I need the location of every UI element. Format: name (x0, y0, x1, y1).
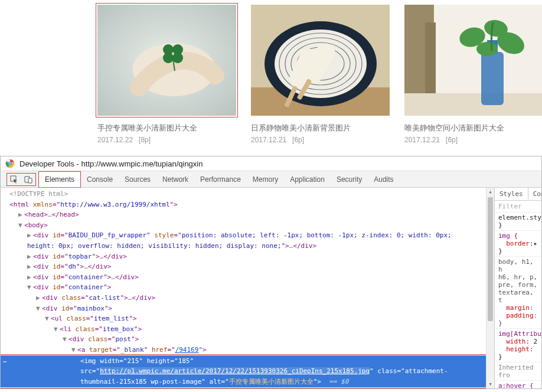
scroll-thumb[interactable] (488, 197, 493, 321)
dom-anchor-close[interactable]: </a> (1, 387, 494, 388)
style-rule[interactable]: img { border:▸} (495, 231, 541, 257)
svg-rect-24 (481, 52, 504, 105)
elements-scrollbar[interactable]: ▴ ▾ (486, 188, 494, 388)
dom-baidu-div[interactable]: ▶<div id="BAIDU_DUP_fp_wrapper" style="p… (1, 230, 494, 251)
tab-elements[interactable]: Elements (38, 171, 81, 188)
gallery-title[interactable]: 唯美静物空间小清新图片大全 (404, 123, 542, 133)
tab-security[interactable]: Security (331, 172, 368, 187)
gallery-caption: 手控专属唯美小清新图片大全 2017.12.22 [8p] (97, 123, 236, 144)
styles-panel: Styles Com Filter element.sty} img { bor… (494, 188, 541, 388)
dom-itembox[interactable]: ▼<li class="item_box"> (1, 324, 494, 335)
dom-anchor[interactable]: ▼<a target="_blank" href="/94169"> (1, 345, 494, 355)
devtools-body: <!DOCTYPE html> <html xmlns="http://www.… (1, 188, 541, 388)
tab-console[interactable]: Console (81, 172, 119, 187)
devtools-title-text: Developer Tools - http://www.wmpic.me/tu… (19, 159, 203, 168)
svg-point-34 (9, 162, 11, 164)
dom-head[interactable]: ▶<head>…</head> (1, 210, 494, 220)
gallery-meta: 2017.12.21 [6p] (251, 136, 390, 144)
elements-tree[interactable]: <!DOCTYPE html> <html xmlns="http://www.… (1, 188, 494, 388)
styles-tabs: Styles Com (495, 188, 541, 201)
dom-itemlist[interactable]: ▼<ul class="item_list"> (1, 313, 494, 324)
dom-mainbox[interactable]: ▼<div id="mainbox"> (1, 303, 494, 314)
gallery-thumb[interactable] (97, 5, 236, 116)
inspect-tools (6, 173, 36, 186)
gallery-title[interactable]: 日系静物唯美小清新背景图片 (251, 123, 390, 133)
gallery-thumb[interactable] (404, 5, 542, 116)
dom-topbar[interactable]: ▶<div id="topbar">…</div> (1, 251, 494, 262)
gallery-caption: 唯美静物空间小清新图片大全 2017.12.21 [6p] (404, 123, 542, 144)
dom-html[interactable]: <html xmlns="http://www.w3.org/1999/xhtm… (1, 200, 494, 210)
popsicle-plate-image (251, 5, 390, 116)
image-gallery: 手控专属唯美小清新图片大全 2017.12.22 [8p] (0, 0, 542, 156)
dom-doctype[interactable]: <!DOCTYPE html> (1, 189, 494, 200)
inspect-element-button[interactable] (7, 174, 21, 185)
scroll-down-button[interactable]: ▾ (487, 380, 494, 388)
tab-memory[interactable]: Memory (247, 172, 284, 187)
dom-container1[interactable]: ▶<div id="container">…</div> (1, 272, 494, 283)
gallery-item-2[interactable]: 日系静物唯美小清新背景图片 2017.12.21 [6p] (251, 5, 390, 144)
devtools-window: Developer Tools - http://www.wmpic.me/tu… (0, 156, 542, 389)
tab-application[interactable]: Application (284, 172, 331, 187)
svg-rect-37 (28, 178, 32, 183)
gallery-thumb[interactable] (251, 5, 390, 116)
styles-tab-computed[interactable]: Com (528, 188, 541, 200)
style-rule[interactable]: body, h1, h h6, hr, p, pre, form, textar… (495, 257, 541, 329)
gallery-meta: 2017.12.21 [6p] (404, 136, 542, 144)
overflow-indicator: ⋯ (1, 357, 9, 367)
style-inherited[interactable]: Inherited fro (495, 362, 541, 381)
devtools-titlebar[interactable]: Developer Tools - http://www.wmpic.me/tu… (1, 156, 541, 171)
svg-point-29 (476, 42, 498, 56)
dom-dh[interactable]: ▶<div id="dh">…</div> (1, 262, 494, 272)
svg-point-5 (163, 53, 174, 63)
gallery-caption: 日系静物唯美小清新背景图片 2017.12.21 [6p] (251, 123, 390, 144)
gallery-meta: 2017.12.22 [8p] (97, 136, 236, 144)
devtools-tabbar: Elements Console Sources Network Perform… (1, 171, 541, 188)
tab-network[interactable]: Network (156, 172, 194, 187)
scroll-up-button[interactable]: ▴ (487, 188, 494, 196)
styles-tab-styles[interactable]: Styles (495, 188, 528, 200)
chrome-icon (5, 159, 15, 168)
tab-audits[interactable]: Audits (368, 172, 399, 187)
svg-rect-23 (404, 93, 542, 116)
gallery-item-1[interactable]: 手控专属唯美小清新图片大全 2017.12.22 [8p] (97, 5, 236, 144)
tab-sources[interactable]: Sources (119, 172, 156, 187)
svg-point-6 (172, 53, 183, 63)
device-toggle-button[interactable] (21, 174, 35, 185)
dom-catlist[interactable]: ▶<div class="cat-list">…</div> (1, 293, 494, 303)
dom-img-selected[interactable]: ⋯ <img width="215" height="185" src="htt… (1, 355, 494, 388)
style-rule[interactable]: img[Attribu width: 2 height:} (495, 329, 541, 362)
inspect-cursor-icon (10, 175, 18, 184)
plant-bottle-image (404, 5, 542, 116)
style-rule[interactable]: a:hover { (495, 381, 541, 388)
dom-post[interactable]: ▼<div class="post"> (1, 334, 494, 345)
style-rule[interactable]: element.sty} (495, 213, 541, 231)
tab-performance[interactable]: Performance (194, 172, 247, 187)
gallery-title[interactable]: 手控专属唯美小清新图片大全 (97, 123, 236, 133)
dom-body[interactable]: ▼<body> (1, 220, 494, 231)
device-icon (24, 175, 32, 184)
styles-filter[interactable]: Filter (495, 201, 541, 213)
clover-hand-image (97, 5, 236, 116)
dom-container2[interactable]: ▼<div id="container"> (1, 282, 494, 293)
gallery-item-3[interactable]: 唯美静物空间小清新图片大全 2017.12.21 [6p] (404, 5, 542, 144)
